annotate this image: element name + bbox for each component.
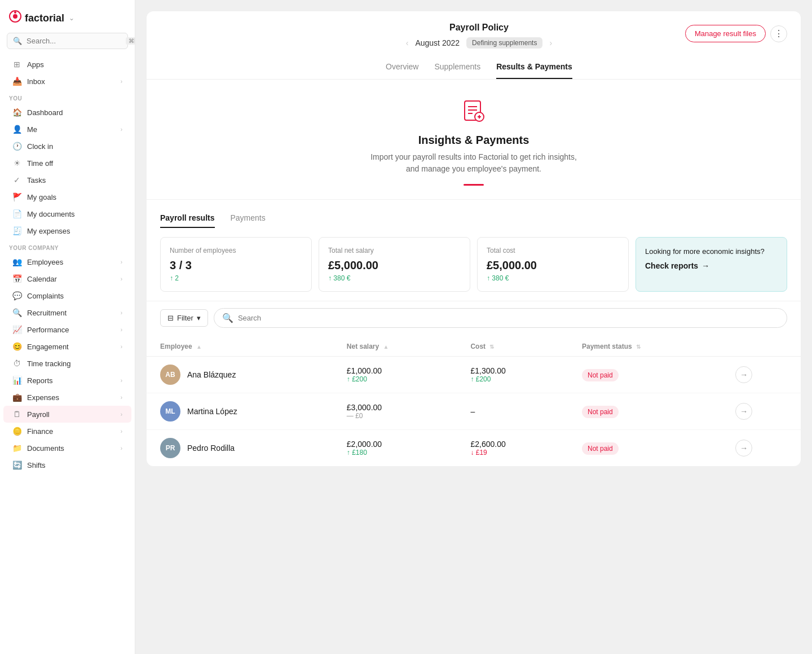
employee-sort-icon[interactable]: ▲ <box>196 344 202 350</box>
sidebar-item-documents[interactable]: 📁 Documents › <box>3 440 131 457</box>
sidebar-item-finance[interactable]: 🪙 Finance › <box>3 423 131 440</box>
row-detail-button-pedro-rodilla[interactable]: → <box>735 440 752 457</box>
sidebar-item-engagement-label: Engagement <box>27 343 115 351</box>
sub-tabs: Payroll results Payments <box>147 199 801 228</box>
recruitment-icon: 🔍 <box>12 308 21 317</box>
page-header: Payroll Policy ‹ August 2022 Defining su… <box>147 11 801 80</box>
payroll-icon: 🗒 <box>12 410 21 419</box>
sidebar-item-inbox-label: Inbox <box>27 77 115 86</box>
sub-tab-payroll-results[interactable]: Payroll results <box>160 209 215 228</box>
row-detail-button-ana-blazquez[interactable]: → <box>735 366 752 383</box>
cost-change-pedro-rodilla: ↓ £19 <box>470 449 555 457</box>
engagement-icon: 😊 <box>12 342 21 351</box>
sidebar-item-my-goals[interactable]: 🚩 My goals <box>3 188 131 205</box>
message-icon: 💬 <box>12 291 21 300</box>
payment-status-badge-ana-blazquez: Not paid <box>582 369 619 381</box>
table-search-icon: 🔍 <box>222 313 233 323</box>
sidebar-item-reports-label: Reports <box>27 376 115 385</box>
td-action-pedro-rodilla: → <box>722 430 801 467</box>
sidebar-item-time-off[interactable]: ☀ Time off <box>3 155 131 172</box>
table-row: AB Ana Blázquez £1,000.00 ↑ £200 £1,300.… <box>147 357 801 393</box>
documents-caret-icon: › <box>121 445 122 451</box>
sidebar-item-inbox[interactable]: 📥 Inbox › <box>3 73 131 90</box>
net-salary-value-martina-lopez: £3,000.00 <box>347 403 444 412</box>
sidebar-item-payroll[interactable]: 🗒 Payroll › <box>3 406 131 423</box>
folder-icon: 📁 <box>12 444 21 453</box>
stat-net-salary-change: ↑ 380 € <box>328 274 461 282</box>
sidebar-item-expenses[interactable]: 💼 Expenses › <box>3 389 131 406</box>
engagement-caret-icon: › <box>121 344 122 350</box>
table-search-box[interactable]: 🔍 <box>214 308 787 328</box>
check-reports-link[interactable]: Check reports → <box>645 261 778 270</box>
receipt-icon: 🧾 <box>12 226 21 235</box>
clock-icon: 🕐 <box>12 142 21 151</box>
sidebar-item-my-goals-label: My goals <box>27 193 122 201</box>
net-salary-sort-icon[interactable]: ▲ <box>383 344 389 350</box>
stat-employees-label: Number of employees <box>170 247 302 254</box>
table-search-input[interactable] <box>238 314 779 322</box>
prev-month-button[interactable]: ‹ <box>406 38 409 47</box>
filter-button[interactable]: ⊟ Filter ▾ <box>160 309 208 327</box>
sidebar-item-dashboard[interactable]: 🏠 Dashboard <box>3 104 131 121</box>
sidebar-item-recruitment[interactable]: 🔍 Recruitment › <box>3 304 131 321</box>
sidebar-item-time-tracking[interactable]: ⏱ Time tracking <box>3 355 131 372</box>
sidebar-item-employees[interactable]: 👥 Employees › <box>3 253 131 270</box>
sidebar-item-shifts-label: Shifts <box>27 461 122 469</box>
stat-card-total-cost: Total cost £5,000.00 ↑ 380 € <box>477 237 629 292</box>
sidebar-item-me[interactable]: 👤 Me › <box>3 121 131 138</box>
cost-sort-icon[interactable]: ⇅ <box>489 344 494 350</box>
next-month-button[interactable]: › <box>549 38 552 47</box>
tab-supplements[interactable]: Supplements <box>434 55 480 79</box>
me-caret-icon: › <box>121 126 122 133</box>
payment-status-sort-icon[interactable]: ⇅ <box>636 344 641 350</box>
sidebar-item-shifts[interactable]: 🔄 Shifts <box>3 457 131 473</box>
nav-date: August 2022 <box>415 38 460 47</box>
stat-card-check-reports: Looking for more economic insights? Chec… <box>636 237 787 292</box>
td-net-salary-ana-blazquez: £1,000.00 ↑ £200 <box>333 357 457 393</box>
more-options-button[interactable]: ⋮ <box>770 25 787 42</box>
th-payment-status: Payment status ⇅ <box>568 337 722 357</box>
sidebar-item-my-expenses[interactable]: 🧾 My expenses <box>3 222 131 239</box>
th-net-salary: Net salary ▲ <box>333 337 457 357</box>
td-net-salary-martina-lopez: £3,000.00 — £0 <box>333 393 457 430</box>
row-detail-button-martina-lopez[interactable]: → <box>735 403 752 420</box>
inbox-caret-icon: › <box>121 78 122 85</box>
td-net-salary-pedro-rodilla: £2,000.00 ↑ £180 <box>333 430 457 467</box>
svg-point-2 <box>14 11 16 14</box>
sidebar-item-complaints[interactable]: 💬 Complaints <box>3 287 131 304</box>
sidebar-item-engagement[interactable]: 😊 Engagement › <box>3 338 131 355</box>
sidebar-item-tasks[interactable]: ✓ Tasks <box>3 172 131 188</box>
sidebar-item-reports[interactable]: 📊 Reports › <box>3 372 131 389</box>
flag-icon: 🚩 <box>12 192 21 201</box>
payment-status-badge-martina-lopez: Not paid <box>582 406 619 418</box>
sidebar-item-my-documents-label: My documents <box>27 210 122 218</box>
hero-divider <box>464 184 484 186</box>
sidebar-item-expenses-label: Expenses <box>27 393 115 402</box>
sidebar-item-performance[interactable]: 📈 Performance › <box>3 321 131 338</box>
employee-name-pedro-rodilla: Pedro Rodilla <box>187 444 235 453</box>
chart-line-icon: 📈 <box>12 325 21 334</box>
sidebar-item-performance-label: Performance <box>27 326 115 334</box>
check-reports: Check reports → <box>645 261 778 270</box>
cost-change-ana-blazquez: ↑ £200 <box>470 375 555 383</box>
manage-result-files-button[interactable]: Manage result files <box>685 25 766 42</box>
grid-icon: ⊞ <box>12 60 21 69</box>
search-input[interactable] <box>27 37 121 45</box>
sub-tab-payments[interactable]: Payments <box>231 209 266 228</box>
tab-overview[interactable]: Overview <box>386 55 418 79</box>
check-circle-icon: ✓ <box>12 175 21 185</box>
sidebar-item-my-documents[interactable]: 📄 My documents <box>3 205 131 222</box>
sidebar-item-tasks-label: Tasks <box>27 176 122 185</box>
sidebar-item-calendar[interactable]: 📅 Calendar › <box>3 270 131 287</box>
logo: factorial ⌄ <box>0 0 135 33</box>
th-action <box>722 337 801 357</box>
sidebar-item-apps[interactable]: ⊞ Apps <box>3 56 131 73</box>
sidebar-item-clock-in[interactable]: 🕐 Clock in <box>3 138 131 155</box>
sidebar-item-finance-label: Finance <box>27 427 115 436</box>
payment-status-badge-pedro-rodilla: Not paid <box>582 442 619 455</box>
employee-name-ana-blazquez: Ana Blázquez <box>187 370 236 379</box>
th-cost: Cost ⇅ <box>457 337 568 357</box>
tab-results-payments[interactable]: Results & Payments <box>496 55 572 79</box>
sidebar-item-time-off-label: Time off <box>27 159 122 168</box>
search-bar[interactable]: 🔍 ⌘K <box>7 33 128 49</box>
